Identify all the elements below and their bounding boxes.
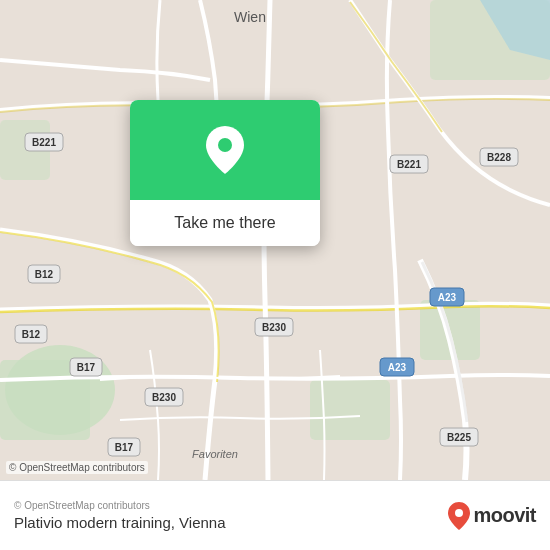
svg-text:B225: B225	[447, 432, 471, 443]
svg-text:B221: B221	[32, 137, 56, 148]
svg-text:B230: B230	[152, 392, 176, 403]
map-area: B221 B221 B228 B12 B12 B230 B230 A23	[0, 0, 550, 480]
bottom-bar: © OpenStreetMap contributors Plativio mo…	[0, 480, 550, 550]
svg-text:Wien: Wien	[234, 9, 266, 25]
svg-text:A23: A23	[438, 292, 457, 303]
svg-text:B221: B221	[397, 159, 421, 170]
copyright-text: © OpenStreetMap contributors	[14, 500, 226, 511]
bottom-left-info: © OpenStreetMap contributors Plativio mo…	[14, 500, 226, 531]
destination-card: Take me there	[130, 100, 320, 246]
moovit-logo[interactable]: moovit	[448, 502, 536, 530]
card-green-area	[130, 100, 320, 200]
svg-text:B12: B12	[35, 269, 54, 280]
svg-text:B228: B228	[487, 152, 511, 163]
app-container: B221 B221 B228 B12 B12 B230 B230 A23	[0, 0, 550, 550]
svg-point-34	[455, 509, 463, 517]
location-pin-icon	[206, 126, 244, 174]
moovit-pin-icon	[448, 502, 470, 530]
svg-text:B230: B230	[262, 322, 286, 333]
take-me-there-button[interactable]: Take me there	[130, 200, 320, 246]
location-title: Plativio modern training, Vienna	[14, 514, 226, 531]
svg-text:B17: B17	[77, 362, 96, 373]
moovit-brand-text: moovit	[473, 504, 536, 527]
svg-text:A23: A23	[388, 362, 407, 373]
svg-point-33	[218, 138, 232, 152]
svg-text:Favoriten: Favoriten	[192, 448, 238, 460]
map-attribution: © OpenStreetMap contributors	[6, 461, 148, 474]
svg-text:B12: B12	[22, 329, 41, 340]
svg-text:B17: B17	[115, 442, 134, 453]
